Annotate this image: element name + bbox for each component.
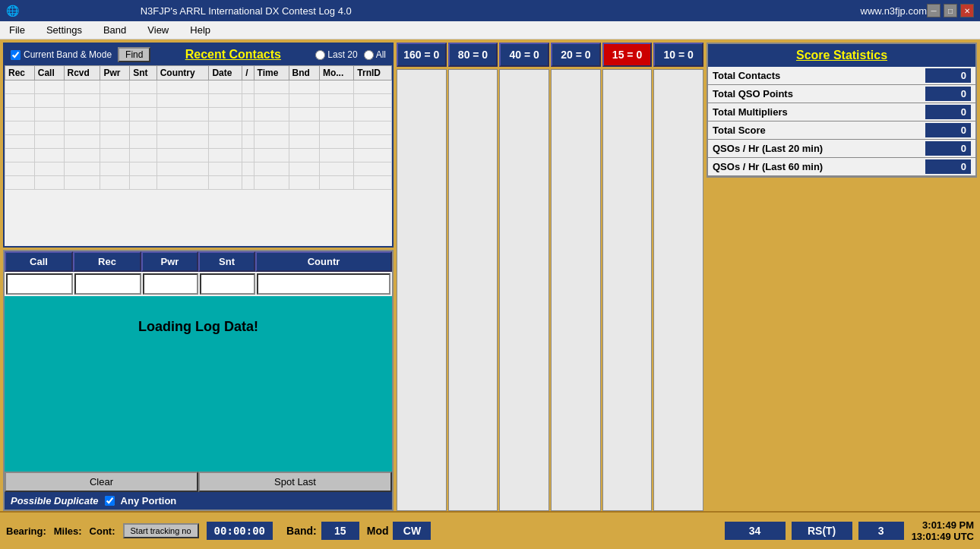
col-bnd: Bnd [289,66,319,80]
recent-contacts-title: Recent Contacts [156,48,309,62]
col-time: Time [254,66,289,80]
score-row-multipliers: Total Multipliers 0 [708,103,975,121]
entry-col-call[interactable]: Call [5,251,73,272]
table-row [5,108,392,121]
score-label-qso-points: Total QSO Points [713,88,922,99]
band-40-btn[interactable]: 40 = 0 [499,43,549,67]
website-url: www.n3fjp.com [473,5,928,17]
center-val3: 3 [858,522,904,540]
table-row [5,135,392,149]
band-headers: 160 = 0 80 = 0 40 = 0 20 = 0 15 = 0 10 =… [397,43,703,67]
menu-settings[interactable]: Settings [43,23,85,37]
col-rec: Rec [5,66,35,80]
status-bar: Bearing: Miles: Cont: Start tracking no … [0,511,980,549]
col-date: Date [209,66,242,80]
band-col-15 [602,69,653,511]
score-stats: Score Statistics Total Contacts 0 Total … [707,43,977,178]
entry-inputs-row [5,272,392,296]
band-15-btn[interactable]: 15 = 0 [602,43,653,67]
right-panel: Score Statistics Total Contacts 0 Total … [707,43,977,511]
pwr-input[interactable] [143,273,198,295]
miles-section: Miles: [54,525,82,537]
snt-input[interactable] [200,273,255,295]
score-label-multipliers: Total Multipliers [713,106,922,118]
center-val2: RS(T) [792,522,852,540]
score-value-qso-points: 0 [925,87,971,101]
band-col-80 [448,69,498,511]
clear-button[interactable]: Clear [5,472,198,492]
entry-col-pwr[interactable]: Pwr [141,251,198,272]
table-row [5,121,392,135]
score-row-qso-hr-20: QSOs / Hr (Last 20 min) 0 [708,140,975,158]
any-portion-label: Any Portion [121,495,177,506]
cont-label: Cont: [90,525,115,537]
score-row-contacts: Total Contacts 0 [708,67,975,85]
spot-last-button[interactable]: Spot Last [198,472,392,492]
center-values-section: 34 RS(T) 3 [725,522,904,540]
band-section: Band: 15 [286,522,359,540]
band-40-label: 40 = 0 [510,49,539,61]
recent-contacts-header: Current Band & Mode Find Recent Contacts… [5,44,392,65]
time-utc: 13:01:49 UTC [912,531,974,542]
band-columns [397,69,703,511]
close-button[interactable]: ✕ [960,4,974,17]
band-20-btn[interactable]: 20 = 0 [551,43,601,67]
table-row [5,80,392,94]
mod-label: Mod [367,525,389,537]
col-rcvd: Rcvd [64,66,100,80]
score-value-qso-hr-20: 0 [925,141,971,156]
menu-help[interactable]: Help [187,23,213,37]
col-slash: / [242,66,254,80]
band-160-label: 160 = 0 [403,49,439,61]
band-20-label: 20 = 0 [561,49,590,61]
radio-all[interactable] [364,50,374,60]
entry-col-countr[interactable]: Countr [255,251,392,272]
start-tracking-button[interactable]: Start tracking no [123,523,199,538]
current-band-mode-label: Current Band & Mode [24,49,112,60]
menu-file[interactable]: File [6,23,28,37]
minimize-button[interactable]: ─ [927,4,940,17]
menu-view[interactable]: View [144,23,172,37]
col-country: Country [156,66,209,80]
score-row-total-score: Total Score 0 [708,121,975,140]
entry-col-rec[interactable]: Rec [73,251,141,272]
titlebar: 🌐 N3FJP's ARRL International DX Contest … [0,0,980,21]
band-160-btn[interactable]: 160 = 0 [397,43,447,67]
app-icon: 🌐 [6,5,19,17]
bearing-section: Bearing: [6,525,46,537]
miles-label: Miles: [54,525,82,537]
recent-contacts-panel: Current Band & Mode Find Recent Contacts… [3,43,394,248]
table-row [5,149,392,162]
radio-all-label: All [376,49,386,60]
score-row-qso-points: Total QSO Points 0 [708,85,975,103]
center-val1: 34 [725,522,786,540]
menubar: File Settings Band View Help [0,21,980,39]
band-col-10 [653,69,703,511]
find-button[interactable]: Find [118,47,150,62]
dup-label: Possible Duplicate [11,495,99,506]
col-trnid: TrnID [354,66,392,80]
mod-section: Mod CW [367,522,432,540]
loading-text: Loading Log Data! [138,319,258,334]
band-10-label: 10 = 0 [664,49,694,61]
time-pm: 3:01:49 PM [912,519,974,531]
restore-button[interactable]: □ [944,4,957,17]
col-pwr: Pwr [100,66,130,80]
menu-band[interactable]: Band [100,23,129,37]
loading-area: Loading Log Data! [5,296,392,472]
band-col-40 [499,69,549,511]
band-10-btn[interactable]: 10 = 0 [653,43,703,67]
band-80-label: 80 = 0 [458,49,488,61]
countr-input[interactable] [257,273,390,295]
rec-input[interactable] [74,273,141,295]
current-band-mode-checkbox[interactable] [11,50,21,60]
band-80-btn[interactable]: 80 = 0 [448,43,498,67]
entry-col-snt[interactable]: Snt [198,251,255,272]
entry-headers: Call Rec Pwr Snt Countr [5,251,392,272]
table-row [5,176,392,190]
call-input[interactable] [6,273,73,295]
any-portion-checkbox[interactable] [105,496,115,506]
score-label-total-score: Total Score [713,125,922,136]
band-col-160 [397,69,447,511]
radio-last20[interactable] [315,50,325,60]
